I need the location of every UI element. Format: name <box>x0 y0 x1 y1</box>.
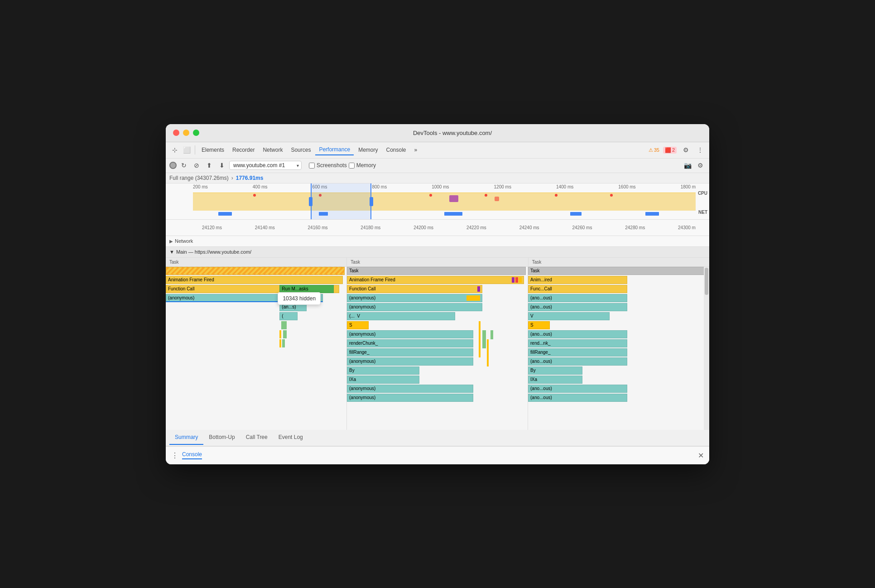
clear-icon[interactable]: ⊘ <box>191 160 202 171</box>
net-label: NET <box>698 210 707 215</box>
by-bar[interactable]: By <box>347 366 419 375</box>
traffic-lights <box>173 130 199 136</box>
screenshots-checkbox[interactable] <box>309 163 315 169</box>
fill-range-label-3: fillRange_ <box>530 350 550 355</box>
download-icon[interactable]: ⬇ <box>216 160 227 171</box>
anonymous-bar-2b[interactable]: (anonymous) <box>347 303 482 311</box>
close-console-icon[interactable]: ✕ <box>698 451 704 460</box>
tl-label-1: 400 ms <box>253 184 268 189</box>
anonymous-label-2b: (anonymous) <box>349 304 375 309</box>
maximize-button[interactable] <box>193 130 199 136</box>
fill-range-label: fillRange_ <box>349 350 369 355</box>
anonymous-bar-3d[interactable]: (ano...ous) <box>528 357 627 366</box>
animation-frame-bar-2[interactable]: Animation Frame Fired <box>347 276 524 284</box>
ixa-label-3: IXa <box>530 377 537 382</box>
close-button[interactable] <box>173 130 179 136</box>
dt-label-4: 24200 ms <box>413 225 433 230</box>
ixa-bar[interactable]: IXa <box>347 376 419 384</box>
s-bar[interactable]: S <box>347 321 369 329</box>
animation-frame-bar-1[interactable]: Animation Frame Fired <box>166 276 343 284</box>
tab-recorder[interactable]: Recorder <box>229 145 258 155</box>
record-button[interactable] <box>169 162 177 169</box>
v-bar-3[interactable]: V <box>528 312 610 320</box>
minimize-button[interactable] <box>183 130 189 136</box>
anonymous-bar-2c[interactable]: (anonymous) <box>347 330 473 338</box>
timeline-overview[interactable]: 200 ms 400 ms 600 ms 800 ms 1000 ms 1200… <box>166 183 709 220</box>
warning-count: 35 <box>654 147 659 153</box>
tab-bottom-up[interactable]: Bottom-Up <box>203 430 240 445</box>
anonymous-label-3e: (ano...ous) <box>530 386 552 391</box>
col-header-row: Task Task Task <box>166 258 709 267</box>
anonymous-bar-3a[interactable]: (ano...ous) <box>528 294 627 302</box>
anonymous-label-3f: (ano...ous) <box>530 395 552 400</box>
v-bar[interactable]: (... V <box>347 312 455 320</box>
task-bar-1[interactable] <box>166 267 345 275</box>
vertical-scrollbar[interactable] <box>704 267 709 430</box>
by-bar-3[interactable]: By <box>528 366 582 375</box>
anonymous-bar-2d[interactable]: (anonymous) <box>347 357 473 366</box>
small-bar-2 <box>283 330 287 338</box>
scrollbar-thumb[interactable] <box>705 268 708 295</box>
anonymous-bar-3f[interactable]: (ano...ous) <box>528 394 627 402</box>
tab-sources[interactable]: Sources <box>287 145 314 155</box>
device-icon[interactable]: ⬜ <box>181 145 192 155</box>
tab-more[interactable]: » <box>411 145 421 155</box>
settings2-icon[interactable]: ⚙ <box>695 160 706 171</box>
detail-time-labels: 24120 ms 24140 ms 24160 ms 24180 ms 2420… <box>202 225 696 230</box>
anonymous-bar-2a[interactable]: (anonymous) <box>347 294 482 302</box>
anonymous-bar-3c[interactable]: (ano...ous) <box>528 330 627 338</box>
tab-summary[interactable]: Summary <box>169 430 203 445</box>
fill-range-bar[interactable]: fillRange_ <box>347 348 473 357</box>
more-icon[interactable]: ⋮ <box>695 145 706 155</box>
anonymous-bar-2f[interactable]: (anonymous) <box>347 394 473 402</box>
memory-label: Memory <box>356 162 376 169</box>
network-section-row[interactable]: ▶ Network <box>166 236 709 247</box>
tab-call-tree[interactable]: Call Tree <box>240 430 273 445</box>
paren-bar[interactable]: ( <box>279 312 298 320</box>
pointer-icon[interactable]: ⊹ <box>169 145 180 155</box>
task-bar-2[interactable]: Task <box>347 267 526 275</box>
anonymous-bar-3e[interactable]: (ano...ous) <box>528 385 627 393</box>
console-dots-icon[interactable]: ⋮ <box>171 451 178 460</box>
small-bar-4 <box>279 330 281 338</box>
fill-range-bar-3[interactable]: fillRange_ <box>528 348 627 357</box>
run-tasks-bar[interactable]: Run M...asks <box>279 285 334 293</box>
main-section-header: ▼ Main — https://www.youtube.com/ <box>166 247 709 258</box>
rend-nk-label: rend...nk_ <box>530 341 550 346</box>
net-chart <box>193 210 696 217</box>
function-call-bar-2[interactable]: Function Call <box>347 285 482 293</box>
rend-nk-bar[interactable]: rend...nk_ <box>528 339 627 347</box>
s-bar-3[interactable]: S <box>528 321 550 329</box>
settings-icon[interactable]: ⚙ <box>680 145 691 155</box>
console-label[interactable]: Console <box>182 451 202 459</box>
cpu-label: CPU <box>698 191 707 196</box>
reload-icon[interactable]: ↻ <box>178 160 189 171</box>
v-label-3: V <box>530 313 534 318</box>
animation-frame-bar-3[interactable]: Anim...ired <box>528 276 627 284</box>
tl-label-8: 1800 m <box>681 184 696 189</box>
anonymous-bar-2e[interactable]: (anonymous) <box>347 385 473 393</box>
tab-memory[interactable]: Memory <box>355 145 381 155</box>
capture-icon[interactable]: 📷 <box>682 160 693 171</box>
memory-checkbox[interactable] <box>349 163 355 169</box>
flame-chart-area[interactable]: Animation Frame Fired Function Call (ano… <box>166 267 709 430</box>
upload-icon[interactable]: ⬆ <box>204 160 215 171</box>
anonymous-label-2f: (anonymous) <box>349 395 375 400</box>
tab-performance[interactable]: Performance <box>315 145 354 155</box>
render-chunk-bar[interactable]: renderChunk_ <box>347 339 473 347</box>
task-bar-3[interactable]: Task <box>528 267 707 275</box>
ixa-bar-3[interactable]: IXa <box>528 376 582 384</box>
animation-frame-label-2: Animation Frame Fired <box>349 277 395 282</box>
tab-elements[interactable]: Elements <box>198 145 228 155</box>
memory-checkbox-group[interactable]: Memory <box>349 162 376 169</box>
url-select[interactable]: www.youtube.com #1 <box>229 161 302 170</box>
selected-range: 1776.91ms <box>236 175 264 181</box>
function-call-bar-3[interactable]: Func...Call <box>528 285 627 293</box>
tab-network[interactable]: Network <box>259 145 286 155</box>
screenshots-checkbox-group[interactable]: Screenshots <box>309 162 347 169</box>
tab-console[interactable]: Console <box>382 145 409 155</box>
bottom-tabs: Summary Bottom-Up Call Tree Event Log <box>166 430 709 446</box>
tab-event-log[interactable]: Event Log <box>273 430 308 445</box>
anonymous-bar-3b[interactable]: (ano...ous) <box>528 303 627 311</box>
ixa-label: IXa <box>349 377 356 382</box>
